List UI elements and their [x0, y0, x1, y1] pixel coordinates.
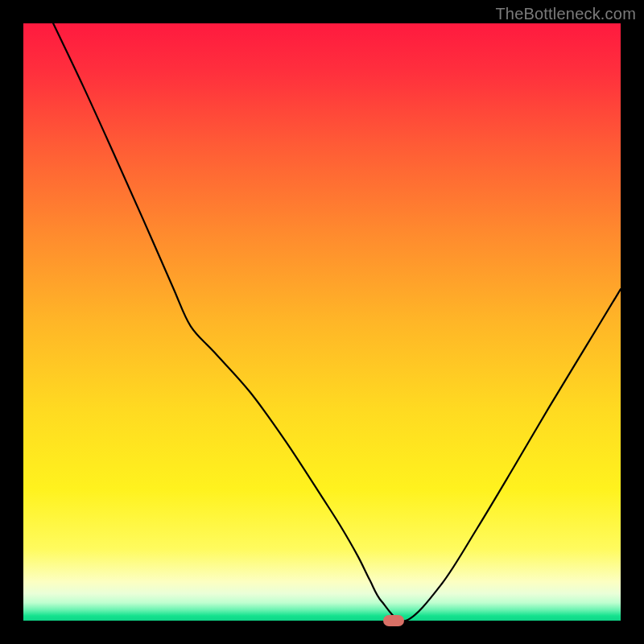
- bottleneck-curve: [23, 23, 621, 621]
- minimum-marker: [383, 615, 404, 626]
- chart-plot-area: [23, 23, 621, 621]
- watermark-text: TheBottleneck.com: [495, 5, 636, 23]
